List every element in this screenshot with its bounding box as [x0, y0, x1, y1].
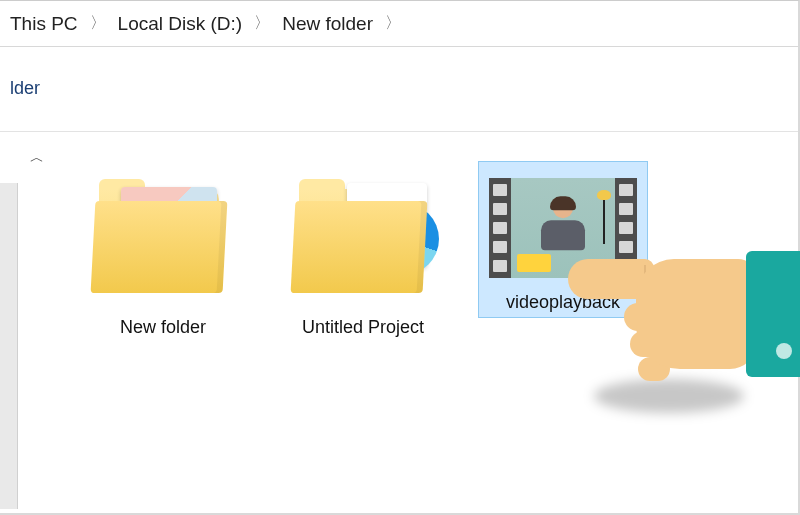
folder-icon — [89, 161, 237, 311]
explorer-window: This PC 〉 Local Disk (D:) 〉 New folder 〉… — [0, 0, 800, 515]
breadcrumb-crumb-new-folder[interactable]: New folder — [276, 9, 379, 39]
file-list: New folder Untitled Project — [18, 141, 796, 509]
folder-item-untitled-project[interactable]: Untitled Project — [278, 161, 448, 338]
sidebar-partial-label: lder — [10, 78, 40, 99]
item-label: videoplayback — [506, 288, 620, 313]
breadcrumb[interactable]: This PC 〉 Local Disk (D:) 〉 New folder 〉 — [0, 1, 798, 47]
video-item-videoplayback[interactable]: videoplayback — [478, 161, 648, 318]
sidebar-fragment: lder — [0, 78, 44, 128]
chevron-right-icon: 〉 — [248, 13, 276, 34]
chevron-right-icon: 〉 — [379, 13, 407, 34]
video-thumbnail-icon — [489, 168, 637, 288]
content-divider — [0, 131, 798, 132]
breadcrumb-crumb-this-pc[interactable]: This PC — [4, 9, 84, 39]
item-label: Untitled Project — [302, 311, 424, 338]
chevron-right-icon: 〉 — [84, 13, 112, 34]
breadcrumb-crumb-local-disk[interactable]: Local Disk (D:) — [112, 9, 249, 39]
folder-item-new-folder[interactable]: New folder — [78, 161, 248, 338]
scrollbar-gutter[interactable] — [0, 183, 18, 509]
item-label: New folder — [120, 311, 206, 338]
folder-icon — [289, 161, 437, 311]
